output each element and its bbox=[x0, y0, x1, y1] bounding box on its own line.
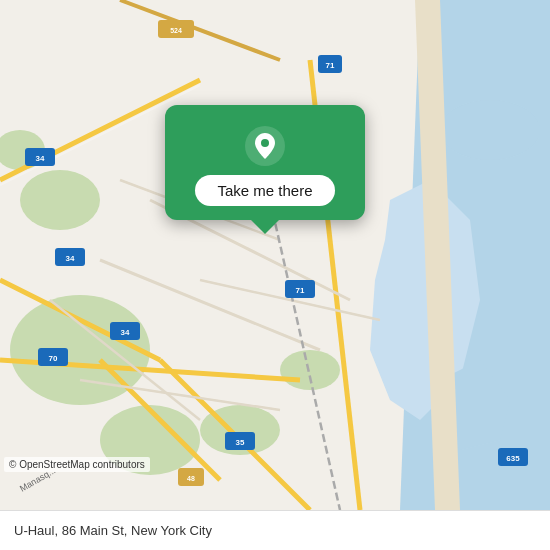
take-me-there-button[interactable]: Take me there bbox=[195, 175, 334, 206]
svg-text:34: 34 bbox=[36, 154, 45, 163]
svg-point-49 bbox=[261, 139, 269, 147]
popup-card: Take me there bbox=[165, 105, 365, 220]
svg-text:34: 34 bbox=[121, 328, 130, 337]
footer-bar: U-Haul, 86 Main St, New York City bbox=[0, 510, 550, 550]
location-pin-icon bbox=[244, 125, 286, 167]
svg-text:71: 71 bbox=[296, 286, 305, 295]
svg-text:34: 34 bbox=[66, 254, 75, 263]
svg-text:524: 524 bbox=[170, 27, 182, 34]
svg-text:71: 71 bbox=[326, 61, 335, 70]
svg-point-9 bbox=[20, 170, 100, 230]
svg-point-3 bbox=[440, 100, 540, 160]
svg-text:48: 48 bbox=[187, 475, 195, 482]
svg-text:635: 635 bbox=[506, 454, 520, 463]
map-container: 71 34 34 34 70 35 71 524 635 48 Manasq..… bbox=[0, 0, 550, 510]
svg-point-11 bbox=[280, 350, 340, 390]
map-attribution: © OpenStreetMap contributors bbox=[4, 457, 150, 472]
svg-text:35: 35 bbox=[236, 438, 245, 447]
location-label: U-Haul, 86 Main St, New York City bbox=[14, 523, 212, 538]
svg-text:70: 70 bbox=[49, 354, 58, 363]
